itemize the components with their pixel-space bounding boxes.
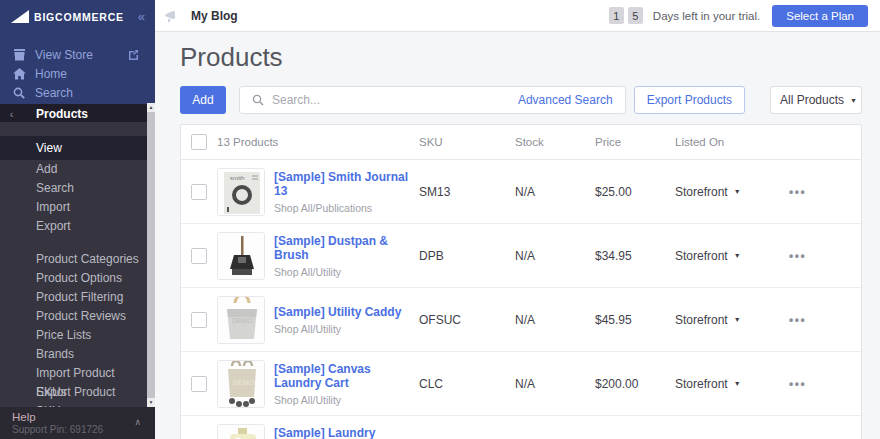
sidebar-nav: View Store Home Search [0, 33, 155, 102]
row-checkbox[interactable] [191, 248, 207, 264]
sidebar-scrollbar[interactable]: ▲ ▼ [147, 103, 155, 407]
product-name-link[interactable]: [Sample] Smith Journal 13 [274, 170, 419, 198]
submenu-item-view[interactable]: View [0, 136, 147, 160]
row-actions-menu-icon[interactable]: ••• [789, 249, 861, 263]
cart-thumbnail: DEMO [217, 360, 265, 408]
listed-on-dropdown[interactable]: Storefront ▼ [675, 185, 789, 199]
submenu-item-export-product-skus[interactable]: Export Product SKUs [0, 383, 147, 402]
submenu-item-export[interactable]: Export [0, 217, 147, 236]
product-sku: OFSUC [419, 313, 515, 327]
logo-row: BIGCOMMERCE « [0, 0, 155, 33]
submenu-item-product-reviews[interactable]: Product Reviews [0, 307, 147, 326]
products-submenu: ViewAddSearchImportExportProduct Categor… [0, 122, 147, 407]
submenu-item-brands[interactable]: Brands [0, 345, 147, 364]
column-header-price: Price [595, 136, 675, 148]
listed-on-dropdown[interactable]: Storefront ▼ [675, 249, 789, 263]
product-search-bar: Advanced Search [239, 86, 626, 114]
product-price: $200.00 [595, 377, 675, 391]
svg-text:DEMO: DEMO [232, 317, 254, 324]
product-stock: N/A [515, 185, 595, 199]
product-name-link[interactable]: [Sample] Dustpan & Brush [274, 234, 419, 262]
bigcommerce-logo-icon [10, 9, 30, 24]
row-checkbox[interactable] [191, 376, 207, 392]
product-sku: SM13 [419, 185, 515, 199]
chevron-down-icon: ▼ [850, 97, 857, 104]
table-row: [Sample] Dustpan & Brush Shop All/Utilit… [181, 224, 861, 288]
main-content: Products Add Advanced Search Export Prod… [155, 32, 880, 439]
sidebar-item-label: Home [35, 67, 67, 81]
sidebar-item-label: View Store [35, 48, 93, 62]
advanced-search-link[interactable]: Advanced Search [518, 93, 613, 107]
table-body: smith [Sample] Smith Journal 13 Shop All… [181, 160, 861, 439]
filter-selected-value: All Products [780, 93, 844, 107]
listed-on-dropdown[interactable]: Storefront ▼ [675, 377, 789, 391]
help-label: Help [12, 411, 143, 423]
collapse-sidebar-icon[interactable]: « [138, 9, 145, 24]
product-name-link[interactable]: [Sample] Laundry Detergent [274, 426, 419, 439]
sidebar-item-products-parent[interactable]: ‹ Products [0, 104, 155, 123]
listed-on-dropdown[interactable]: Storefront ▼ [675, 313, 789, 327]
export-products-button[interactable]: Export Products [634, 86, 745, 114]
chevron-down-icon: ▼ [734, 316, 741, 323]
chevron-down-icon: ▼ [734, 188, 741, 195]
column-header-listed-on: Listed On [675, 136, 789, 148]
row-actions-menu-icon[interactable]: ••• [789, 185, 861, 199]
select-all-checkbox[interactable] [191, 134, 207, 150]
submenu-item-add[interactable]: Add [0, 160, 147, 179]
svg-text:DEMO: DEMO [233, 379, 255, 386]
chevron-down-icon: ▼ [734, 252, 741, 259]
product-stock: N/A [515, 377, 595, 391]
table-row: DEMO [Sample] Utility Caddy Shop All/Uti… [181, 288, 861, 352]
submenu-item-search[interactable]: Search [0, 179, 147, 198]
search-input[interactable] [272, 93, 518, 107]
sidebar-item-search[interactable]: Search [0, 83, 155, 102]
row-checkbox[interactable] [191, 312, 207, 328]
product-price: $25.00 [595, 185, 675, 199]
product-category: Shop All/Utility [274, 323, 419, 335]
scroll-down-icon[interactable]: ▼ [147, 398, 155, 407]
sidebar-item-view-store[interactable]: View Store [0, 45, 155, 64]
add-product-button[interactable]: Add [180, 86, 226, 114]
logo-text: BIGCOMMERCE [34, 11, 138, 23]
submenu-item-import[interactable]: Import [0, 198, 147, 217]
scroll-up-icon[interactable]: ▲ [147, 103, 155, 112]
table-row: ? [Sample] Laundry Detergent Shop All/Ut… [181, 416, 861, 439]
detergent-thumbnail: ? [217, 424, 265, 439]
submenu-item-product-options[interactable]: Product Options [0, 269, 147, 288]
sidebar-item-label: Search [35, 86, 73, 100]
storefront-icon [13, 48, 26, 61]
product-category: Shop All/Utility [274, 266, 419, 278]
product-sku: DPB [419, 249, 515, 263]
topbar: My Blog 1 5 Days left in your trial. Sel… [155, 0, 880, 32]
submenu-item-price-lists[interactable]: Price Lists [0, 326, 147, 345]
product-name-link[interactable]: [Sample] Utility Caddy [274, 305, 419, 319]
trial-digit-2: 5 [628, 7, 643, 24]
row-actions-menu-icon[interactable]: ••• [789, 377, 861, 391]
table-header-row: 13 Products SKU Stock Price Listed On [181, 125, 861, 160]
select-a-plan-button[interactable]: Select a Plan [772, 5, 868, 27]
submenu-item-product-categories[interactable]: Product Categories [0, 250, 147, 269]
product-sku: CLC [419, 377, 515, 391]
chevron-left-icon: ‹ [5, 108, 18, 120]
row-checkbox[interactable] [191, 184, 207, 200]
sidebar-item-home[interactable]: Home [0, 64, 155, 83]
product-category: Shop All/Utility [274, 394, 419, 406]
submenu-item-import-product-skus[interactable]: Import Product SKUs [0, 364, 147, 383]
announcements-bullhorn-icon[interactable] [163, 8, 179, 24]
submenu-item-product-filtering[interactable]: Product Filtering [0, 288, 147, 307]
dustpan-thumbnail [217, 232, 265, 280]
trial-area: 1 5 Days left in your trial. Select a Pl… [609, 5, 880, 27]
external-link-icon [128, 48, 141, 61]
products-parent-label: Products [36, 107, 88, 121]
listed-on-value: Storefront [675, 377, 728, 391]
table-row: smith [Sample] Smith Journal 13 Shop All… [181, 160, 861, 224]
product-name-link[interactable]: [Sample] Canvas Laundry Cart [274, 362, 419, 390]
help-panel-toggle[interactable]: Help Support Pin: 691726 ∧ [0, 407, 155, 439]
row-actions-menu-icon[interactable]: ••• [789, 313, 861, 327]
product-filter-dropdown[interactable]: All Products ▼ [770, 86, 862, 114]
products-toolbar: Add Advanced Search Export Products All … [180, 86, 862, 114]
listed-on-value: Storefront [675, 249, 728, 263]
trial-digit-1: 1 [609, 7, 624, 24]
trial-countdown-text: Days left in your trial. [653, 10, 760, 22]
sidebar: BIGCOMMERCE « View Store Home Search ‹ [0, 0, 155, 439]
